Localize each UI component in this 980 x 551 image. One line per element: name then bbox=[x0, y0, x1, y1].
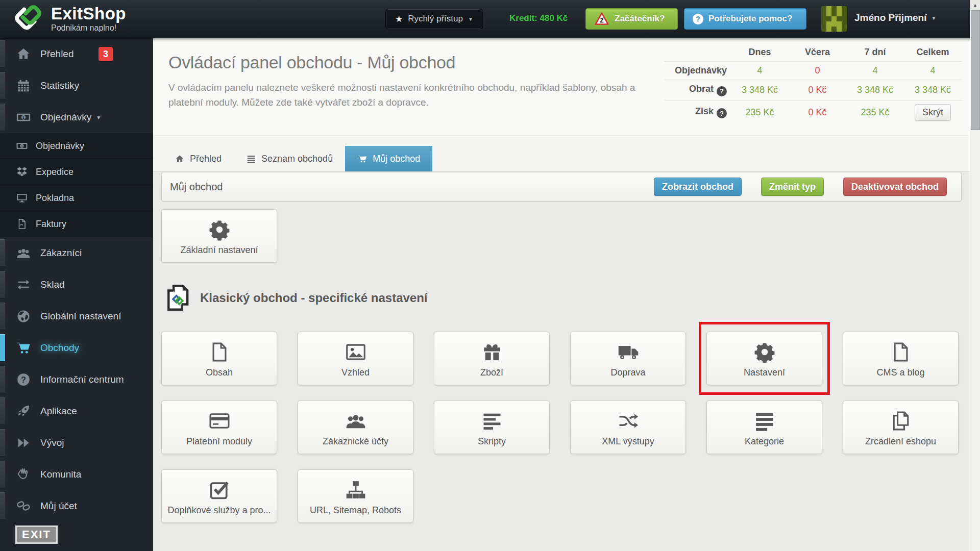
tile-label: Zboží bbox=[476, 367, 507, 378]
tile-zbozi[interactable]: Zboží bbox=[434, 332, 550, 385]
quick-access-label: Rychlý přístup bbox=[408, 14, 463, 24]
stats-row-label: Zisk bbox=[695, 106, 714, 116]
sidebar-item-muj-ucet[interactable]: Můj účet bbox=[0, 490, 153, 522]
tile-xml-vystupy[interactable]: XML výstupy bbox=[570, 400, 686, 454]
rocket-icon bbox=[15, 404, 32, 419]
stats-value: 0 bbox=[789, 62, 846, 80]
tab-label: Přehled bbox=[190, 154, 222, 164]
tab-label: Můj obchod bbox=[373, 154, 420, 164]
tile-obsah[interactable]: Obsah bbox=[161, 332, 277, 385]
tile-label: URL, Sitemap, Robots bbox=[306, 505, 405, 516]
stats-col-7dni: 7 dní bbox=[846, 43, 904, 62]
users-icon bbox=[15, 245, 32, 261]
sidebar-item-informacni-centrum[interactable]: ? Informační centrum bbox=[0, 364, 153, 395]
user-menu[interactable]: Jméno Přijmení ▼ bbox=[854, 12, 936, 23]
sidebar-item-globalni-nastaveni[interactable]: Globální nastavení bbox=[0, 300, 153, 332]
sidebar-item-komunita[interactable]: Komunita bbox=[0, 459, 153, 490]
tile-platebni-moduly[interactable]: Platební moduly bbox=[161, 400, 277, 454]
gear-icon bbox=[208, 210, 231, 245]
sidebar-item-sklad[interactable]: Sklad bbox=[0, 269, 153, 300]
tile-row-2: Platební moduly Zákaznické účty Skripty … bbox=[161, 400, 959, 454]
quick-access-button[interactable]: ★ Rychlý přístup ▼ bbox=[385, 9, 483, 29]
page-subtitle: V ovládacím panelu naleznete veškeré mož… bbox=[168, 80, 643, 110]
brand-logo[interactable]: ExitShop Podnikám naplno! bbox=[11, 3, 126, 35]
tile-zakaznicke-ucty[interactable]: Zákaznické účty bbox=[298, 400, 413, 454]
sidebar-item-obchody[interactable]: Obchody bbox=[0, 332, 153, 364]
tile-doprava[interactable]: Doprava bbox=[570, 332, 686, 385]
tile-zrcadleni-eshopu[interactable]: Zrcadlení eshopu bbox=[843, 400, 959, 454]
tile-label: Zákaznické účty bbox=[318, 436, 393, 447]
globe-icon bbox=[15, 309, 32, 324]
top-bar: ExitShop Podnikám naplno! ★ Rychlý příst… bbox=[0, 0, 980, 38]
hide-stats-button[interactable]: Skrýt bbox=[915, 104, 951, 121]
tile-vzhled[interactable]: Vzhled bbox=[298, 332, 413, 385]
stats-header-row: Dnes Včera 7 dní Celkem bbox=[665, 43, 962, 62]
sidebar-item-label: Aplikace bbox=[40, 406, 77, 417]
list-icon bbox=[246, 154, 256, 164]
dropbox-icon bbox=[15, 166, 29, 178]
tile-label: XML výstupy bbox=[598, 436, 658, 447]
sidebar-item-label: Vývoj bbox=[40, 437, 64, 448]
sidebar-item-objednavky-parent[interactable]: 1 Objednávky ▼ bbox=[0, 102, 153, 133]
stats-value: 4 bbox=[904, 62, 962, 80]
exit-footer-logo[interactable]: EXIT bbox=[15, 525, 58, 544]
sidebar-subitem-pokladna[interactable]: Pokladna bbox=[0, 185, 153, 211]
avatar[interactable] bbox=[821, 6, 847, 32]
cart-icon bbox=[15, 340, 32, 356]
stats-value: 0 Kč bbox=[789, 80, 846, 101]
tile-cms-a-blog[interactable]: CMS a blog bbox=[843, 332, 959, 385]
tile-zakladni-nastaveni[interactable]: Základní nastavení bbox=[161, 209, 277, 263]
need-help-button[interactable]: ? Potřebujete pomoc? bbox=[684, 8, 806, 30]
sidebar-item-label: Pokladna bbox=[36, 193, 74, 204]
stats-col-dnes: Dnes bbox=[731, 43, 789, 62]
change-type-button[interactable]: Změnit typ bbox=[761, 178, 824, 196]
deactivate-shop-button[interactable]: Deaktivovat obchod bbox=[843, 178, 947, 196]
tile-kategorie[interactable]: Kategorie bbox=[706, 400, 822, 454]
chain-link-icon bbox=[15, 498, 32, 514]
sidebar-item-aplikace[interactable]: Aplikace bbox=[0, 395, 153, 427]
sidebar-item-vyvoj[interactable]: Vývoj bbox=[0, 427, 153, 459]
tile-label: Kategorie bbox=[741, 436, 788, 447]
sidebar-subitem-objednavky[interactable]: 1 Objednávky bbox=[0, 133, 153, 159]
sidebar-item-zakaznici[interactable]: Zákazníci bbox=[0, 237, 153, 269]
exitshop-admin: ExitShop Podnikám naplno! ★ Rychlý příst… bbox=[0, 0, 980, 551]
stats-row-label: Obrat bbox=[689, 84, 714, 94]
scrollbar-thumb[interactable] bbox=[971, 10, 980, 130]
svg-text:1: 1 bbox=[22, 116, 24, 119]
stats-table: Dnes Včera 7 dní Celkem Objednávky 4 0 4… bbox=[665, 43, 962, 124]
list-icon bbox=[753, 401, 776, 436]
warning-triangle-icon: Z bbox=[594, 12, 609, 26]
home-icon bbox=[175, 154, 185, 164]
tile-skripty[interactable]: Skripty bbox=[434, 400, 550, 454]
stats-value: 4 bbox=[731, 62, 789, 80]
tile-doplnkove-sluzby[interactable]: Doplňkové služby a pro... bbox=[161, 469, 277, 523]
beginner-button[interactable]: Z Začátečník? bbox=[585, 8, 678, 30]
help-circle-icon[interactable]: ? bbox=[717, 108, 727, 118]
tab-label: Seznam obchodů bbox=[261, 154, 333, 164]
main-content: Můj obchod Zobrazit obchod Změnit typ De… bbox=[153, 172, 970, 551]
shop-panel-header: Můj obchod Zobrazit obchod Změnit typ De… bbox=[161, 172, 962, 202]
tile-nastaveni[interactable]: Nastavení bbox=[706, 332, 822, 385]
sidebar-item-statistiky[interactable]: Statistiky bbox=[0, 70, 153, 102]
view-shop-button[interactable]: Zobrazit obchod bbox=[654, 178, 742, 196]
tab-muj-obchod[interactable]: Můj obchod bbox=[345, 146, 432, 171]
sidebar-subitem-expedice[interactable]: Expedice bbox=[0, 159, 153, 185]
monitor-icon bbox=[15, 192, 29, 204]
caret-down-icon: ▼ bbox=[96, 115, 101, 120]
sidebar-subitem-faktury[interactable]: Faktury bbox=[0, 211, 153, 237]
tab-prehled[interactable]: Přehled bbox=[162, 146, 234, 171]
help-circle-icon[interactable]: ? bbox=[717, 86, 727, 96]
beginner-label: Začátečník? bbox=[615, 14, 665, 24]
tile-url-sitemap-robots[interactable]: URL, Sitemap, Robots bbox=[298, 469, 413, 523]
tile-label: Nastavení bbox=[740, 367, 789, 378]
tab-seznam-obchodu[interactable]: Seznam obchodů bbox=[234, 146, 345, 171]
scrollbar-up-arrow-icon[interactable]: ▲ bbox=[970, 0, 980, 10]
shop-panel-title: Můj obchod bbox=[170, 181, 223, 193]
checkbox-check-icon bbox=[208, 470, 231, 505]
tile-row-1: Obsah Vzhled Zboží Doprava bbox=[161, 332, 959, 385]
brand-tagline: Podnikám naplno! bbox=[51, 23, 126, 33]
stats-row-label: Objednávky bbox=[665, 62, 731, 80]
vertical-scrollbar[interactable]: ▲ bbox=[970, 0, 980, 551]
home-icon bbox=[15, 46, 32, 62]
sidebar-item-prehled[interactable]: Přehled 3 bbox=[0, 38, 153, 70]
